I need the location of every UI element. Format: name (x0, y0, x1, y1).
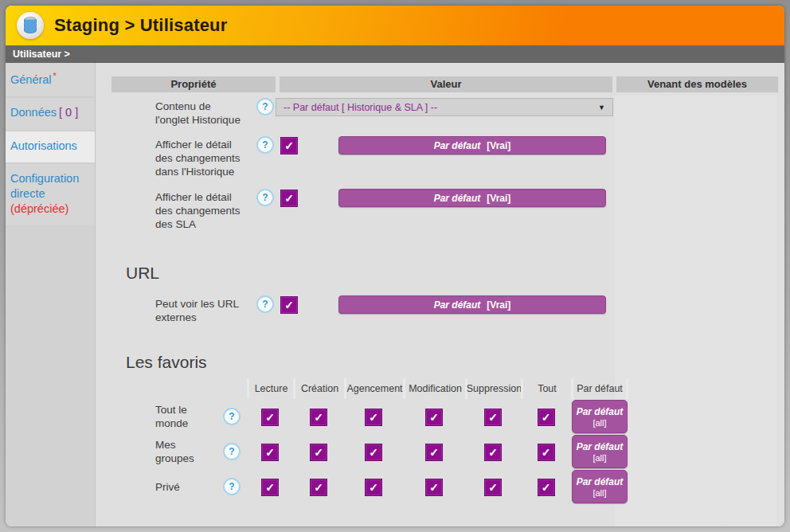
mes-groupes-tout-checkbox[interactable]: ✓ (538, 444, 555, 461)
mes-groupes-lecture-checkbox[interactable]: ✓ (261, 444, 279, 461)
column-header-propriete: Propriété (111, 76, 276, 92)
check-icon: ✓ (429, 481, 439, 494)
mes-groupes-default-button[interactable]: Par défaut [all] (572, 435, 628, 468)
favorites-column-lecture: Lecture (247, 378, 293, 399)
help-icon[interactable]: ? (256, 295, 274, 313)
question-glyph: ? (229, 411, 234, 422)
sidebar: Général* Données[ 0 ] Autorisations Conf… (6, 63, 95, 526)
tout-le-monde-tout-checkbox[interactable]: ✓ (538, 409, 555, 426)
favorites-column-suppression: Suppression (465, 378, 521, 399)
favorites-column-par-defaut: Par défaut (571, 378, 628, 399)
property-row-detail-sla: Afficher le détail des changements des S… (155, 189, 784, 241)
prive-creation-checkbox[interactable]: ✓ (310, 479, 327, 496)
check-icon: ✓ (284, 192, 294, 205)
historique-content-select[interactable]: -- Par défaut [ Historique & SLA ] -- ▼ (276, 98, 613, 116)
property-row-detail-historique: Afficher le détail des changements dans … (155, 136, 784, 189)
favorites-row-label: Tout le monde (155, 403, 211, 430)
button-label: Par défaut (434, 193, 481, 204)
help-icon[interactable]: ? (223, 478, 241, 495)
tout-le-monde-agencement-checkbox[interactable]: ✓ (365, 409, 382, 426)
sidebar-item-label: Général (10, 73, 52, 86)
property-label: Afficher le détail des changements dans … (155, 136, 244, 178)
url-externes-default-button[interactable]: Par défaut [Vrai] (338, 295, 606, 314)
url-externes-checkbox[interactable]: ✓ (280, 296, 298, 314)
property-row-historique-content: Contenu de l'onglet Historique ? -- Par … (155, 98, 784, 136)
page-title: Staging > Utilisateur (54, 15, 228, 36)
favorites-column-creation: Création (293, 378, 344, 399)
prive-tout-checkbox[interactable]: ✓ (538, 479, 555, 496)
sidebar-item-donnees[interactable]: Données[ 0 ] (6, 98, 95, 131)
prive-agencement-checkbox[interactable]: ✓ (365, 479, 382, 496)
tout-le-monde-lecture-checkbox[interactable]: ✓ (261, 409, 279, 426)
check-icon: ✓ (369, 481, 378, 494)
breadcrumb-label: Utilisateur > (13, 49, 70, 60)
detail-historique-default-button[interactable]: Par défaut [Vrai] (338, 136, 606, 155)
tout-le-monde-suppression-checkbox[interactable]: ✓ (484, 409, 502, 426)
mes-groupes-creation-checkbox[interactable]: ✓ (310, 444, 327, 461)
favorites-row-mes-groupes: Mes groupes ? ✓ ✓ ✓ ✓ ✓ ✓ Par défaut [al… (155, 434, 784, 469)
check-icon: ✓ (284, 299, 294, 311)
favorites-column-tout: Tout (521, 378, 571, 399)
button-label: Par défaut (577, 476, 624, 487)
detail-sla-checkbox[interactable]: ✓ (280, 190, 298, 207)
favorites-row-prive: Privé ? ✓ ✓ ✓ ✓ ✓ ✓ Par défaut [all] (155, 469, 784, 504)
prive-suppression-checkbox[interactable]: ✓ (484, 479, 502, 496)
mes-groupes-agencement-checkbox[interactable]: ✓ (365, 444, 382, 461)
property-row-url-externes: Peut voir les URL externes ? ✓ Par défau… (155, 295, 784, 335)
mes-groupes-suppression-checkbox[interactable]: ✓ (484, 444, 502, 461)
button-value: [all] (592, 488, 606, 498)
check-icon: ✓ (314, 481, 323, 494)
table-header-row: Propriété Valeur Venant des modèles (111, 76, 784, 92)
question-glyph: ? (262, 299, 268, 310)
question-glyph: ? (229, 481, 234, 492)
sidebar-item-general[interactable]: Général* (6, 63, 95, 98)
prive-default-button[interactable]: Par défaut [all] (572, 470, 628, 503)
application-window: Staging > Utilisateur Utilisateur > Géné… (6, 6, 784, 526)
check-icon: ✓ (369, 411, 378, 424)
sidebar-item-label: Configuration directe (10, 172, 79, 200)
help-icon[interactable]: ? (223, 408, 241, 425)
check-icon: ✓ (314, 411, 323, 424)
check-icon: ✓ (265, 411, 275, 424)
check-icon: ✓ (284, 139, 294, 152)
tout-le-monde-default-button[interactable]: Par défaut [all] (572, 400, 628, 433)
help-icon[interactable]: ? (256, 189, 274, 206)
required-asterisk: * (53, 71, 57, 80)
check-icon: ✓ (542, 411, 551, 424)
favorites-header-row: Lecture Création Agencement Modification… (155, 378, 784, 399)
button-label: Par défaut (434, 299, 481, 311)
tout-le-monde-creation-checkbox[interactable]: ✓ (310, 409, 327, 426)
question-glyph: ? (262, 101, 268, 112)
favorites-row-label: Mes groupes (155, 438, 211, 465)
database-cylinder-glyph (23, 17, 37, 34)
sidebar-filler (6, 227, 95, 526)
question-glyph: ? (262, 139, 268, 151)
tout-le-monde-modification-checkbox[interactable]: ✓ (425, 409, 443, 426)
prive-lecture-checkbox[interactable]: ✓ (261, 479, 279, 496)
check-icon: ✓ (314, 446, 323, 459)
help-icon[interactable]: ? (256, 136, 274, 154)
button-value: [all] (592, 453, 606, 463)
detail-historique-checkbox[interactable]: ✓ (280, 137, 298, 155)
check-icon: ✓ (429, 411, 439, 424)
property-label: Contenu de l'onglet Historique (155, 98, 244, 127)
sidebar-item-configuration-directe[interactable]: Configuration directe (dépréciée) (6, 164, 95, 227)
count-badge: [ 0 ] (59, 106, 78, 119)
question-glyph: ? (229, 446, 234, 457)
button-value: [Vrai] (487, 299, 510, 311)
breadcrumb[interactable]: Utilisateur > (6, 45, 784, 63)
check-icon: ✓ (369, 446, 378, 459)
favorites-row-tout-le-monde: Tout le monde ? ✓ ✓ ✓ ✓ ✓ ✓ Par défaut [… (155, 399, 784, 434)
help-icon[interactable]: ? (256, 98, 274, 115)
main-panel: Propriété Valeur Venant des modèles Cont… (95, 63, 784, 526)
button-value: [all] (592, 418, 606, 428)
sidebar-item-autorisations[interactable]: Autorisations (6, 131, 95, 165)
help-icon[interactable]: ? (223, 443, 241, 460)
question-glyph: ? (262, 192, 268, 203)
column-header-venant-des-modeles: Venant des modèles (616, 76, 778, 92)
detail-sla-default-button[interactable]: Par défaut [Vrai] (338, 189, 606, 207)
prive-modification-checkbox[interactable]: ✓ (425, 479, 443, 496)
mes-groupes-modification-checkbox[interactable]: ✓ (425, 444, 443, 461)
button-label: Par défaut (577, 406, 624, 417)
favorites-column-modification: Modification (403, 378, 465, 399)
